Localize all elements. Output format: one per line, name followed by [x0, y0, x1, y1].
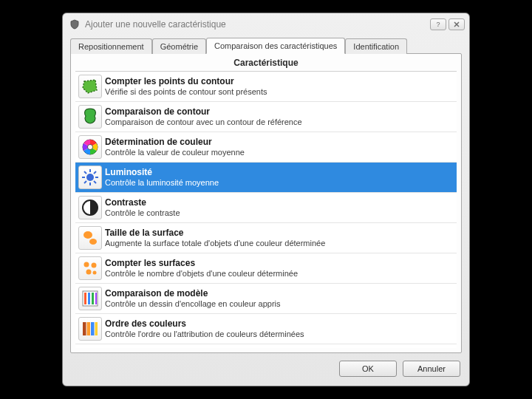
svg-point-14 — [83, 231, 92, 239]
item-desc: Augmente la surface totale d'objets d'un… — [105, 239, 452, 249]
list-item[interactable]: Compter les points du contour Vérifie si… — [75, 72, 457, 102]
blob-size-icon — [78, 226, 102, 250]
svg-point-19 — [93, 271, 97, 275]
list-item[interactable]: Compter les surfaces Contrôle le nombre … — [75, 253, 457, 284]
item-desc: Comparaison de contour avec un contour d… — [105, 117, 452, 128]
button-label: OK — [362, 364, 374, 373]
svg-point-4 — [86, 174, 94, 181]
svg-line-10 — [94, 181, 96, 183]
item-title: Ordre des couleurs — [105, 318, 452, 330]
tab-identification[interactable]: Identification — [345, 38, 407, 54]
svg-rect-21 — [84, 293, 86, 304]
button-bar: OK Annuler — [63, 353, 469, 386]
svg-point-3 — [88, 145, 93, 150]
item-title: Compter les points du contour — [105, 76, 452, 87]
svg-line-11 — [94, 171, 96, 174]
svg-point-15 — [89, 239, 97, 245]
contour-compare-icon — [78, 105, 102, 129]
list-item[interactable]: Comparaison de modèle Contrôle un dessin… — [75, 284, 457, 314]
list-item[interactable]: Luminosité Contrôle la luminosité moyenn… — [75, 163, 457, 193]
titlebar: Ajouter une nouvelle caractéristique ? — [63, 13, 469, 35]
item-desc: Vérifie si des points de contour sont pr… — [105, 87, 452, 98]
contrast-icon — [78, 196, 102, 219]
ok-button[interactable]: OK — [339, 361, 397, 377]
button-label: Annuler — [417, 364, 446, 373]
svg-point-17 — [92, 263, 97, 268]
item-desc: Contrôle le contraste — [105, 208, 452, 219]
brightness-icon — [78, 166, 102, 189]
item-desc: Contrôle un dessin d'encollage en couleu… — [105, 299, 452, 310]
tab-label: Géométrie — [160, 42, 198, 51]
item-desc: Contrôle le nombre d'objets d'une couleu… — [105, 269, 452, 279]
color-wheel-icon — [78, 135, 102, 159]
app-icon — [69, 18, 81, 30]
list-header: Caractéristique — [71, 54, 461, 71]
svg-text:?: ? — [436, 21, 440, 28]
tab-row: Repositionnement Géométrie Comparaison d… — [63, 35, 469, 53]
tab-repositionnement[interactable]: Repositionnement — [70, 38, 152, 54]
blob-count-icon — [78, 256, 102, 280]
dialog: Ajouter une nouvelle caractéristique ? R… — [62, 13, 470, 386]
item-title: Comparaison de modèle — [105, 288, 452, 299]
item-desc: Contrôle l'ordre ou l'attribution de cou… — [105, 330, 452, 340]
list-item[interactable]: Contraste Contrôle le contraste — [75, 193, 457, 223]
svg-rect-24 — [95, 293, 97, 304]
tab-label: Identification — [353, 42, 399, 51]
color-order-icon — [78, 317, 102, 341]
svg-rect-23 — [92, 293, 94, 304]
svg-rect-26 — [87, 322, 91, 335]
list-item[interactable]: Ordre des couleurs Contrôle l'ordre ou l… — [75, 314, 457, 344]
item-desc: Contrôle la valeur de couleur moyenne — [105, 148, 452, 158]
help-button[interactable]: ? — [430, 18, 446, 30]
svg-rect-28 — [95, 322, 98, 335]
item-desc: Contrôle la luminosité moyenne — [105, 178, 452, 188]
svg-point-16 — [84, 262, 89, 267]
list-item[interactable]: Détermination de couleur Contrôle la val… — [75, 132, 457, 163]
contour-points-icon — [78, 75, 102, 98]
svg-rect-25 — [83, 322, 86, 335]
window-title: Ajouter une nouvelle caractéristique — [85, 19, 428, 30]
tab-label: Repositionnement — [78, 42, 144, 51]
svg-rect-27 — [91, 322, 95, 335]
pattern-icon — [78, 287, 102, 310]
tab-geometrie[interactable]: Géométrie — [152, 38, 206, 54]
list-item[interactable]: Comparaison de contour Comparaison de co… — [75, 102, 457, 132]
list-item[interactable]: Taille de la surface Augmente la surface… — [75, 223, 457, 253]
svg-rect-22 — [88, 293, 90, 304]
item-title: Comparaison de contour — [105, 106, 452, 117]
item-title: Contraste — [105, 197, 452, 208]
item-title: Compter les surfaces — [105, 258, 452, 269]
item-title: Détermination de couleur — [105, 137, 452, 148]
tab-label: Comparaison des caractéristiques — [214, 41, 337, 50]
item-title: Taille de la surface — [105, 228, 452, 239]
feature-list: Compter les points du contour Vérifie si… — [75, 71, 457, 348]
svg-line-12 — [84, 181, 86, 183]
svg-point-18 — [86, 270, 92, 275]
close-button[interactable] — [449, 18, 465, 30]
tab-panel: Caractéristique Compter les points du co… — [70, 53, 462, 353]
svg-line-9 — [84, 171, 86, 174]
item-title: Luminosité — [105, 167, 452, 178]
svg-marker-1 — [83, 80, 97, 93]
cancel-button[interactable]: Annuler — [403, 361, 460, 377]
tab-comparaison[interactable]: Comparaison des caractéristiques — [206, 38, 345, 54]
